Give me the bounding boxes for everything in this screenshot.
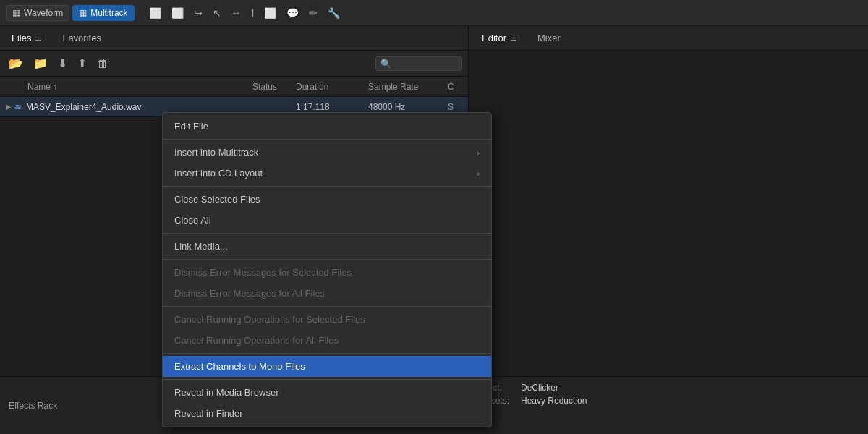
toolbar-icons: ⬜ ⬜ ↪ ↖ ↔ I ⬜ 💬 ✏ 🔧 — [146, 6, 344, 20]
menu-item-cancel-selected: Cancel Running Operations for Selected F… — [163, 309, 491, 330]
menu-separator — [163, 259, 491, 260]
waveform-file-icon: ≋ — [14, 102, 22, 112]
multitrack-btn[interactable]: ▦ Multitrack — [72, 5, 134, 21]
menu-item-insert-multitrack[interactable]: Insert into Multitrack› — [163, 142, 491, 163]
editor-menu-icon[interactable]: ☰ — [510, 33, 517, 43]
menu-item-label-dismiss-all: Dismiss Error Messages for All Files — [174, 288, 325, 299]
delete-icon[interactable]: 🗑 — [94, 56, 111, 72]
effects-row-1: Effect: DeClicker — [477, 383, 859, 393]
menu-separator — [163, 306, 491, 307]
menu-separator — [163, 353, 491, 354]
file-duration-cell: 1:17.118 — [296, 102, 368, 112]
presets-value: Heavy Reduction — [521, 396, 587, 406]
right-panel: Editor ☰ Mixer — [469, 26, 868, 434]
toolbar-icon-expand[interactable]: ↔ — [229, 6, 244, 20]
col-header-duration[interactable]: Duration — [296, 82, 368, 92]
effects-panel: Effect: DeClicker Presets: Heavy Reducti… — [469, 376, 868, 434]
search-icon: 🔍 — [380, 59, 391, 69]
menu-item-link-media[interactable]: Link Media... — [163, 236, 491, 257]
col-header-extra: C — [448, 82, 462, 92]
toolbar-icon-speech[interactable]: 💬 — [284, 6, 302, 20]
menu-item-close-all[interactable]: Close All — [163, 210, 491, 231]
effects-row-2: Presets: Heavy Reduction — [477, 396, 859, 406]
file-name-cell: MASV_Explainer4_Audio.wav — [26, 102, 252, 112]
tab-editor-label: Editor — [482, 33, 506, 43]
col-header-status[interactable]: Status — [252, 82, 296, 92]
file-extra-cell: S — [448, 102, 462, 112]
menu-separator — [163, 186, 491, 187]
menu-arrow-icon-insert-cd: › — [477, 169, 480, 178]
tab-mixer-label: Mixer — [537, 33, 561, 43]
tab-favorites-label: Favorites — [62, 33, 101, 43]
menu-item-label-link-media: Link Media... — [174, 241, 228, 252]
files-tabbar: Files ☰ Favorites — [0, 26, 468, 51]
col-header-samplerate[interactable]: Sample Rate — [368, 82, 448, 92]
search-box[interactable]: 🔍 — [375, 56, 462, 71]
menu-arrow-icon-insert-multitrack: › — [477, 148, 480, 157]
menu-item-label-reveal-media: Reveal in Media Browser — [174, 387, 279, 398]
menu-item-label-cancel-selected: Cancel Running Operations for Selected F… — [174, 314, 365, 325]
toolbar-icon-gear[interactable]: 🔧 — [325, 6, 343, 20]
toolbar-icon-2[interactable]: ⬜ — [169, 6, 187, 20]
menu-separator — [163, 233, 491, 234]
context-menu: Edit FileInsert into Multitrack›Insert i… — [162, 112, 492, 427]
tab-files[interactable]: Files ☰ — [7, 30, 46, 46]
new-folder-icon[interactable]: 📁 — [30, 55, 51, 72]
panel-label: Effects Rack — [9, 401, 57, 411]
export-icon[interactable]: ⬆ — [75, 55, 90, 72]
menu-item-label-reveal-finder: Reveal in Finder — [174, 408, 243, 419]
menu-item-reveal-media[interactable]: Reveal in Media Browser — [163, 382, 491, 403]
menu-item-label-dismiss-selected: Dismiss Error Messages for Selected File… — [174, 267, 352, 278]
col-name-sort: ↑ — [53, 82, 57, 92]
menu-item-label-insert-multitrack: Insert into Multitrack — [174, 147, 258, 158]
tab-files-label: Files — [12, 33, 31, 43]
menu-item-reveal-finder[interactable]: Reveal in Finder — [163, 403, 491, 424]
files-toolbar: 📂 📁 ⬇ ⬆ 🗑 🔍 — [0, 51, 468, 77]
top-toolbar: ▦ Waveform ▦ Multitrack ⬜ ⬜ ↪ ↖ ↔ I ⬜ 💬 … — [0, 0, 868, 26]
toolbar-icon-box[interactable]: ⬜ — [261, 6, 279, 20]
menu-item-dismiss-selected: Dismiss Error Messages for Selected File… — [163, 262, 491, 283]
menu-item-label-edit-file: Edit File — [174, 121, 208, 132]
effect-value: DeClicker — [521, 383, 558, 393]
menu-item-cancel-all: Cancel Running Operations for All Files — [163, 330, 491, 351]
tab-mixer[interactable]: Mixer — [533, 30, 565, 46]
menu-item-label-close-all: Close All — [174, 215, 211, 226]
row-chevron-icon: ▶ — [6, 103, 12, 111]
col-name-label: Name — [27, 82, 51, 92]
menu-separator — [163, 139, 491, 140]
menu-separator — [163, 379, 491, 380]
tab-editor[interactable]: Editor ☰ — [477, 30, 522, 46]
menu-item-label-cancel-all: Cancel Running Operations for All Files — [174, 335, 339, 346]
toolbar-icon-arrow[interactable]: ↪ — [191, 6, 205, 20]
toolbar-icon-pencil[interactable]: ✏ — [306, 6, 320, 20]
waveform-btn[interactable]: ▦ Waveform — [6, 5, 69, 21]
right-tabbar: Editor ☰ Mixer — [469, 26, 868, 51]
menu-item-label-close-selected: Close Selected Files — [174, 194, 260, 205]
menu-item-insert-cd[interactable]: Insert into CD Layout› — [163, 163, 491, 184]
waveform-label: Waveform — [24, 8, 63, 18]
toolbar-icon-1[interactable]: ⬜ — [146, 6, 164, 20]
open-folder-icon[interactable]: 📂 — [6, 55, 26, 72]
menu-item-label-insert-cd: Insert into CD Layout — [174, 168, 263, 179]
waveform-icon: ▦ — [12, 8, 20, 18]
import-icon[interactable]: ⬇ — [55, 55, 70, 72]
menu-item-dismiss-all: Dismiss Error Messages for All Files — [163, 283, 491, 304]
column-headers: Name ↑ Status Duration Sample Rate C — [0, 77, 468, 97]
menu-item-label-extract-channels: Extract Channels to Mono Files — [174, 361, 305, 372]
multitrack-icon: ▦ — [79, 8, 87, 18]
search-input[interactable] — [394, 59, 452, 69]
toolbar-icon-cursor[interactable]: I — [249, 6, 258, 20]
menu-item-close-selected[interactable]: Close Selected Files — [163, 189, 491, 210]
multitrack-label: Multitrack — [90, 8, 127, 18]
tab-favorites[interactable]: Favorites — [58, 30, 105, 46]
file-samplerate-cell: 48000 Hz — [368, 102, 448, 112]
menu-item-extract-channels[interactable]: Extract Channels to Mono Files — [163, 356, 491, 377]
col-header-name[interactable]: Name ↑ — [6, 82, 252, 92]
files-tab-menu-icon[interactable]: ☰ — [35, 33, 42, 43]
menu-item-edit-file[interactable]: Edit File — [163, 116, 491, 137]
toolbar-icon-select[interactable]: ↖ — [210, 6, 224, 20]
